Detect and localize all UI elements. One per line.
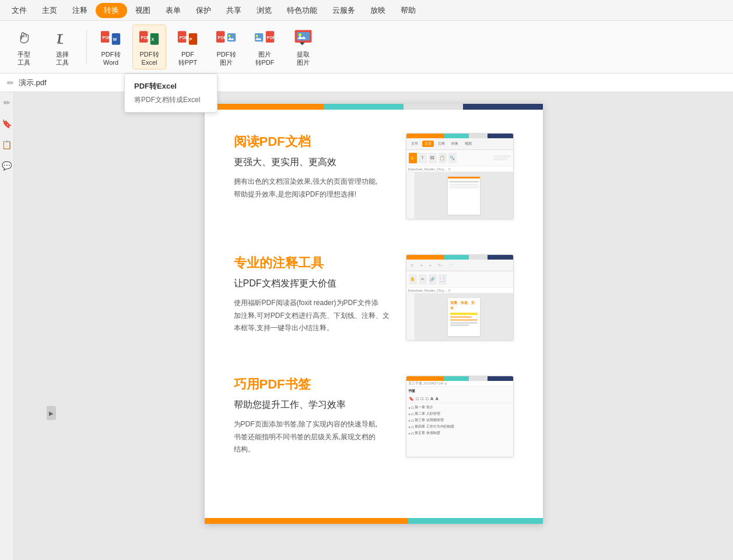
pdf-to-excel-icon: PDF → X (139, 27, 160, 48)
section-ann-text: 专业的注释工具 让PDF文档发挥更大价值 使用福昕PDF阅读器(foxit re… (234, 254, 406, 335)
main-area: ✏ 🔖 📋 💬 ▶ 阅读PDF文档 更强大、更实用、更高效 (0, 92, 733, 560)
bookmark-icons-row: 🔖□□□AA (406, 396, 513, 403)
section-annotation: 专业的注释工具 让PDF文档发挥更大价值 使用福昕PDF阅读器(foxit re… (234, 254, 514, 341)
sidebar-pencil-icon[interactable]: ✏ (1, 97, 13, 108)
menu-home[interactable]: 主页 (35, 3, 64, 18)
bottom-bar-teal (408, 518, 543, 524)
menu-help[interactable]: 帮助 (394, 3, 423, 18)
pdf-to-word-label: PDF转Word (101, 51, 121, 66)
pdf-to-ppt-button[interactable]: PDF → P PDF转PPT (171, 25, 205, 68)
section1-desc: 拥有出色的文档渲染效果,强大的页面管理功能,帮助提升效率,是您阅读PDF的理想选… (234, 176, 394, 201)
mini-tool-icons-2: ✋ ✏ 🔗 📄 (406, 271, 513, 288)
menu-share[interactable]: 共享 (219, 3, 248, 18)
pdf-to-word-button[interactable]: PDF → W PDF转Word (94, 25, 128, 68)
mini-mockup-annotation: T↓ ✏ ✂ T↑↑ 📄 ✋ ✏ 🔗 📄 (406, 254, 514, 341)
mini-edit-icon-2: ✏ (419, 274, 427, 285)
mini-path-2: Datasheet_Reader_CN.p... ✕ (406, 288, 513, 293)
menu-view[interactable]: 视图 (128, 3, 157, 18)
toolbar: 手型工具 I 选择工具 PDF → W PDF转Word (0, 21, 733, 74)
svg-text:→: → (144, 40, 148, 44)
pdf-to-ppt-icon: PDF → P (177, 27, 198, 48)
menu-browse[interactable]: 浏览 (250, 3, 279, 18)
mini-tab-ann: 注释 (436, 141, 447, 147)
svg-point-20 (229, 35, 231, 37)
svg-rect-27 (297, 32, 310, 40)
mini-topbar-1 (406, 134, 513, 138)
svg-text:→: → (183, 40, 186, 44)
mini-topbar-3 (406, 376, 513, 381)
mini-path-1: Datasheet_Reader_CN.p... ✕ (406, 166, 513, 172)
sidebar-chat-icon[interactable]: 💬 (1, 160, 13, 172)
separator-1 (86, 30, 87, 65)
pdf-to-image-label: PDF转图片 (217, 51, 236, 66)
mini-hand-icon: ✋ (409, 153, 417, 163)
section1-title: 阅读PDF文档 (234, 133, 394, 150)
menubar: 文件 主页 注释 转换 视图 表单 保护 共享 浏览 特色功能 云服务 放映 帮… (0, 0, 733, 21)
sidebar-bookmark-icon[interactable]: 🔖 (1, 118, 13, 130)
left-sidebar: ✏ 🔖 📋 💬 (0, 92, 14, 560)
menu-form[interactable]: 表单 (159, 3, 188, 18)
image-to-pdf-icon: → PDF (254, 27, 275, 48)
section2-subtitle: 让PDF文档发挥更大价值 (234, 278, 394, 290)
pdf-to-excel-button[interactable]: PDF → X PDF转Excel (132, 24, 166, 69)
edit-icon: ✏ (7, 78, 14, 88)
menu-present[interactable]: 放映 (363, 3, 392, 18)
mini-tab-file: 文件 (409, 141, 420, 147)
mini-find-icon: 🔍 (448, 153, 457, 163)
mini-sidebar-1 (406, 172, 415, 219)
section2-desc: 使用福昕PDF阅读器(foxit reader)为PDF文件添加注释,可对PDF… (234, 297, 394, 335)
section2-title: 专业的注释工具 (234, 254, 394, 272)
pdf-to-word-icon: PDF → W (100, 27, 121, 48)
mini-highlight-page: 免费、快速、安全 (448, 298, 480, 336)
menu-cloud[interactable]: 云服务 (325, 3, 362, 18)
tooltip-title: PDF转Excel (134, 81, 208, 92)
tooltip-description: 将PDF文档转成Excel (134, 95, 208, 105)
menu-protect[interactable]: 保护 (189, 3, 218, 18)
svg-text:→: → (260, 40, 264, 44)
menu-file[interactable]: 文件 (5, 3, 34, 18)
mini-mockup-reader: 文件 主页 注释 转换 视图 ✋ T 🖼 📋 🔍 (406, 133, 514, 219)
mini-topbar-2 (406, 255, 513, 260)
section-bookmark: 巧用PDF书签 帮助您提升工作、学习效率 为PDF页面添加书签,除了实现内容的快… (234, 376, 514, 457)
menu-features[interactable]: 特色功能 (280, 3, 324, 18)
menu-convert[interactable]: 转换 (96, 3, 127, 18)
pdf-page: 阅读PDF文档 更强大、更实用、更高效 拥有出色的文档渲染效果,强大的页面管理功… (205, 104, 543, 524)
mini-main-2: 免费、快速、安全 (406, 293, 513, 340)
hand-tool-button[interactable]: 手型工具 (7, 25, 41, 68)
image-to-pdf-label: 图片转PDF (255, 51, 275, 66)
select-tool-button[interactable]: I 选择工具 (45, 25, 79, 68)
filepath-bar: ✏ 演示.pdf (0, 74, 733, 92)
select-tool-label: 选择工具 (56, 51, 69, 66)
bar-orange (205, 104, 324, 110)
section3-title: 巧用PDF书签 (234, 376, 394, 393)
collapse-button[interactable]: ▶ (47, 406, 56, 420)
image-to-pdf-button[interactable]: → PDF 图片转PDF (248, 25, 282, 68)
extract-image-button[interactable]: 提取图片 (286, 25, 320, 68)
menu-annotation[interactable]: 注释 (65, 3, 94, 18)
svg-text:X: X (152, 37, 155, 43)
bar-blue (463, 104, 542, 110)
mini-tab-view: 视图 (462, 141, 474, 147)
bookmark-items: ▸ □ 第一章 简介 ▸ □ 第二章 入职管理 ▸ □ (406, 403, 513, 439)
svg-text:→: → (221, 40, 225, 44)
mini-page-1 (448, 177, 480, 215)
svg-text:W: W (113, 37, 117, 43)
mini-sidebar-2 (406, 293, 415, 340)
sidebar-copy-icon[interactable]: 📋 (1, 139, 13, 150)
hand-icon (13, 27, 34, 48)
svg-point-22 (256, 35, 258, 37)
tooltip-dropdown: PDF转Excel 将PDF文档转成Excel (124, 74, 218, 113)
bookmark-label: 书签 (406, 387, 513, 396)
pdf-to-excel-label: PDF转Excel (140, 51, 159, 66)
pdf-to-image-button[interactable]: PDF → PDF转图片 (209, 25, 243, 68)
svg-text:→: → (106, 40, 109, 44)
mini-sel-icon: T (419, 153, 427, 163)
bar-gray (404, 104, 463, 110)
mini-tab-conv: 转换 (449, 141, 461, 147)
bottom-bar-orange (205, 518, 408, 524)
content-area: ▶ 阅读PDF文档 更强大、更实用、更高效 拥有出色的文档渲染效果,强大的页面管… (14, 92, 733, 560)
mini-path-3: 员工手册_20120917.pdf ✕ (406, 381, 513, 387)
section3-desc: 为PDF页面添加书签,除了实现内容的快速导航,书签还能指明不同书签的层级关系,展… (234, 418, 394, 456)
page-top-bars (205, 104, 543, 110)
svg-point-28 (299, 34, 301, 37)
